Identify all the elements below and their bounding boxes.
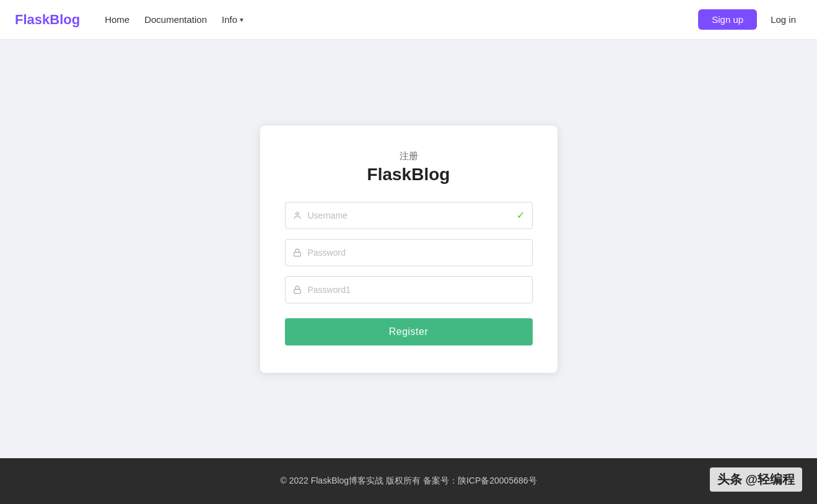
info-nav-label: Info <box>222 14 237 25</box>
chevron-down-icon: ▾ <box>240 15 243 24</box>
svg-point-0 <box>295 212 299 215</box>
username-field-group: ✓ <box>285 202 533 229</box>
info-nav-dropdown[interactable]: Info ▾ <box>222 14 243 25</box>
footer-text: © 2022 FlaskBlog博客实战 版权所有 备案号：陕ICP备20005… <box>280 476 536 485</box>
username-input-wrapper: ✓ <box>285 202 533 229</box>
password-field-group <box>285 239 533 266</box>
password-input[interactable] <box>308 248 525 258</box>
main-content: 注册 FlaskBlog ✓ <box>0 40 817 458</box>
user-icon <box>293 211 302 220</box>
svg-rect-2 <box>294 289 300 293</box>
login-button[interactable]: Log in <box>764 9 802 30</box>
username-input[interactable] <box>308 211 512 220</box>
card-title: FlaskBlog <box>285 165 533 185</box>
password-input-wrapper <box>285 239 533 266</box>
password1-input-wrapper <box>285 276 533 303</box>
navbar-right: Sign up Log in <box>698 9 802 30</box>
password1-field-group <box>285 276 533 303</box>
brand-logo[interactable]: FlaskBlog <box>15 12 80 28</box>
lock-icon-password <box>293 248 302 257</box>
lock-icon-password1 <box>293 285 302 294</box>
check-icon: ✓ <box>517 209 525 221</box>
documentation-nav-link[interactable]: Documentation <box>144 14 207 25</box>
nav-links: Home Documentation Info ▾ <box>105 14 678 25</box>
password1-input[interactable] <box>308 285 525 295</box>
register-card: 注册 FlaskBlog ✓ <box>260 126 557 373</box>
register-button[interactable]: Register <box>285 318 533 345</box>
navbar: FlaskBlog Home Documentation Info ▾ Sign… <box>0 0 817 40</box>
svg-rect-1 <box>294 252 300 256</box>
home-nav-link[interactable]: Home <box>105 14 129 25</box>
signup-button[interactable]: Sign up <box>698 9 757 30</box>
card-subtitle: 注册 <box>285 150 533 162</box>
footer: © 2022 FlaskBlog博客实战 版权所有 备案号：陕ICP备20005… <box>0 458 817 504</box>
